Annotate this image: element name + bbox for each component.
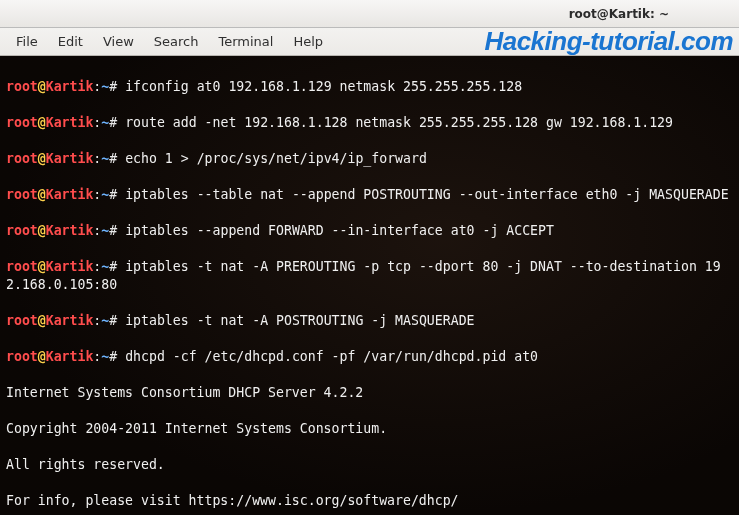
- menu-view[interactable]: View: [93, 30, 144, 53]
- terminal-line: root@Kartik:~# route add -net 192.168.1.…: [6, 114, 733, 132]
- prompt-hash: #: [109, 79, 117, 94]
- menu-terminal[interactable]: Terminal: [208, 30, 283, 53]
- cmd-echo: echo 1 > /proc/sys/net/ipv4/ip_forward: [125, 151, 427, 166]
- terminal-area[interactable]: root@Kartik:~# ifconfig at0 192.168.1.12…: [0, 56, 739, 515]
- prompt-host: Kartik: [46, 79, 94, 94]
- menu-help[interactable]: Help: [283, 30, 333, 53]
- window-title: root@Kartik: ~: [569, 7, 669, 21]
- cmd-route: route add -net 192.168.1.128 netmask 255…: [125, 115, 673, 130]
- terminal-line: root@Kartik:~# iptables -t nat -A PREROU…: [6, 258, 733, 294]
- cmd-ifconfig: ifconfig at0 192.168.1.129 netmask 255.2…: [125, 79, 522, 94]
- output-line: Internet Systems Consortium DHCP Server …: [6, 384, 733, 402]
- terminal-line: root@Kartik:~# echo 1 > /proc/sys/net/ip…: [6, 150, 733, 168]
- window-header: root@Kartik: ~: [0, 0, 739, 28]
- terminal-line: root@Kartik:~# iptables --append FORWARD…: [6, 222, 733, 240]
- prompt-at: @: [38, 79, 46, 94]
- watermark-text: Hacking-tutorial.com: [484, 26, 733, 57]
- cmd-dhcpd: dhcpd -cf /etc/dhcpd.conf -pf /var/run/d…: [125, 349, 538, 364]
- terminal-line: root@Kartik:~# dhcpd -cf /etc/dhcpd.conf…: [6, 348, 733, 366]
- terminal-line: root@Kartik:~# iptables -t nat -A POSTRO…: [6, 312, 733, 330]
- terminal-line: root@Kartik:~# ifconfig at0 192.168.1.12…: [6, 78, 733, 96]
- prompt-user: root: [6, 79, 38, 94]
- cmd-iptables-masq: iptables --table nat --append POSTROUTIN…: [125, 187, 728, 202]
- terminal-line: root@Kartik:~# iptables --table nat --ap…: [6, 186, 733, 204]
- cmd-iptables-postroute: iptables -t nat -A POSTROUTING -j MASQUE…: [125, 313, 474, 328]
- menu-bar: File Edit View Search Terminal Help Hack…: [0, 28, 739, 56]
- output-line: All rights reserved.: [6, 456, 733, 474]
- output-line: Copyright 2004-2011 Internet Systems Con…: [6, 420, 733, 438]
- output-line: For info, please visit https://www.isc.o…: [6, 492, 733, 510]
- cmd-iptables-forward: iptables --append FORWARD --in-interface…: [125, 223, 554, 238]
- menu-search[interactable]: Search: [144, 30, 209, 53]
- menu-file[interactable]: File: [6, 30, 48, 53]
- menu-edit[interactable]: Edit: [48, 30, 93, 53]
